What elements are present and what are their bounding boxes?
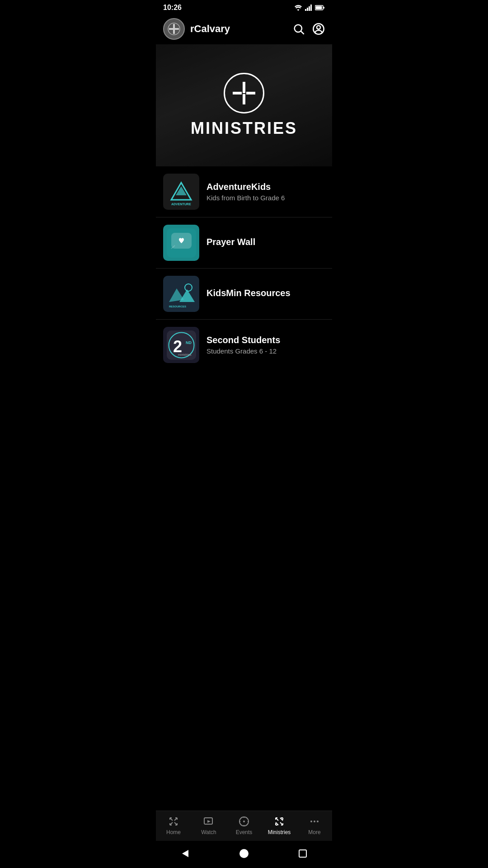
ministry-item-prayer-wall[interactable]: Prayer Wall (156, 217, 332, 269)
hero-title: MINISTRIES (191, 119, 297, 138)
hero-content: MINISTRIES (191, 73, 297, 138)
ministries-label: Ministries (268, 829, 291, 835)
home-label: Home (166, 829, 181, 835)
bottom-nav: Home Watch Events (156, 811, 332, 843)
ministries-svg (274, 816, 285, 827)
more-label: More (308, 829, 320, 835)
svg-rect-10 (174, 28, 179, 30)
signal-icon (305, 5, 312, 11)
svg-rect-16 (243, 82, 245, 93)
search-button[interactable] (292, 23, 305, 35)
status-bar: 10:26 (156, 0, 332, 14)
header-actions (292, 23, 325, 35)
ministry-info-prayer-wall: Prayer Wall (206, 237, 325, 249)
svg-rect-0 (305, 9, 306, 11)
kidsmin-icon: RESOURCES (167, 279, 196, 309)
ministry-desc-second-students: Students Grades 6 - 12 (206, 347, 325, 355)
app-header: rCalvary (156, 14, 332, 44)
more-svg (309, 816, 320, 827)
app-title: rCalvary (190, 23, 230, 35)
svg-rect-18 (246, 92, 255, 94)
profile-button[interactable] (312, 23, 325, 35)
events-icon (238, 816, 250, 827)
svg-point-15 (317, 25, 320, 29)
svg-text:ADVENTURE: ADVENTURE (171, 203, 191, 206)
ministry-thumb-prayer-wall (163, 225, 199, 261)
svg-rect-17 (233, 92, 242, 94)
svg-rect-19 (243, 94, 245, 104)
svg-rect-1 (307, 8, 308, 11)
svg-text:ND: ND (186, 340, 192, 345)
hero-logo (224, 73, 264, 113)
ministry-item-kidsmin-resources[interactable]: RESOURCES KidsMin Resources (156, 269, 332, 320)
status-icons (294, 5, 325, 11)
ministry-thumb-adventure-kids: ADVENTURE KIDS (163, 174, 199, 210)
svg-rect-3 (310, 5, 312, 11)
more-icon (309, 816, 320, 827)
ministry-info-second-students: Second Students Students Grades 6 - 12 (206, 335, 325, 355)
svg-text:ministries: ministries (178, 353, 192, 356)
ministry-name-prayer-wall: Prayer Wall (206, 237, 325, 247)
ministry-desc-adventure-kids: Kids from Birth to Grade 6 (206, 194, 325, 202)
back-button[interactable] (177, 845, 193, 862)
adventure-kids-icon: ADVENTURE KIDS (167, 177, 196, 207)
second-students-icon: 2 ND ministries (167, 330, 196, 360)
watch-svg (203, 816, 214, 827)
svg-marker-51 (207, 820, 211, 823)
prayer-wall-icon (167, 228, 196, 258)
ministry-info-kidsmin-resources: KidsMin Resources (206, 288, 325, 300)
svg-rect-6 (316, 6, 322, 9)
nav-item-home[interactable]: Home (156, 816, 191, 835)
events-label: Events (236, 829, 253, 835)
home-button[interactable] (236, 845, 252, 862)
search-icon (292, 23, 305, 35)
svg-rect-9 (169, 28, 174, 30)
battery-icon (315, 5, 325, 10)
ministry-list: ADVENTURE KIDS AdventureKids Kids from B… (156, 166, 332, 370)
svg-rect-11 (173, 29, 175, 34)
nav-item-events[interactable]: Events (226, 816, 262, 835)
back-icon (180, 849, 190, 859)
svg-rect-2 (309, 6, 310, 11)
wifi-icon (294, 5, 302, 11)
ministry-name-adventure-kids: AdventureKids (206, 182, 325, 192)
svg-text:RESOURCES: RESOURCES (169, 305, 186, 308)
ministries-icon (273, 816, 285, 827)
nav-item-watch[interactable]: Watch (191, 816, 226, 835)
status-time: 10:26 (163, 4, 182, 12)
ministry-item-adventure-kids[interactable]: ADVENTURE KIDS AdventureKids Kids from B… (156, 166, 332, 217)
svg-rect-28 (167, 279, 196, 309)
recents-icon (298, 849, 308, 859)
nav-item-ministries[interactable]: Ministries (262, 816, 297, 835)
nav-item-more[interactable]: More (297, 816, 332, 835)
app-logo[interactable] (163, 18, 185, 40)
svg-point-70 (310, 821, 312, 822)
ministry-thumb-second-students: 2 ND ministries (163, 327, 199, 363)
svg-rect-75 (299, 850, 306, 857)
recents-button[interactable] (295, 845, 311, 862)
svg-point-74 (239, 849, 249, 858)
home-icon (168, 816, 179, 827)
ministry-name-kidsmin-resources: KidsMin Resources (206, 288, 325, 298)
ministry-item-second-students[interactable]: 2 ND ministries Second Students Students… (156, 320, 332, 370)
watch-icon (203, 816, 215, 827)
ministry-thumb-kidsmin-resources: RESOURCES (163, 276, 199, 312)
hero-banner: MINISTRIES (156, 44, 332, 166)
hero-logo-icon (230, 80, 258, 107)
svg-rect-5 (324, 7, 325, 9)
home-circle-icon (239, 849, 249, 859)
svg-point-53 (243, 821, 245, 822)
svg-point-72 (317, 821, 319, 822)
watch-label: Watch (201, 829, 216, 835)
profile-icon (312, 23, 325, 35)
events-svg (239, 816, 249, 827)
ministry-name-second-students: Second Students (206, 335, 325, 345)
svg-point-12 (295, 25, 302, 32)
logo-icon (167, 22, 181, 36)
system-nav-bar (156, 841, 332, 868)
svg-line-13 (301, 31, 304, 34)
header-left: rCalvary (163, 18, 230, 40)
svg-point-71 (314, 821, 315, 822)
svg-marker-73 (182, 850, 188, 857)
ministry-info-adventure-kids: AdventureKids Kids from Birth to Grade 6 (206, 182, 325, 202)
